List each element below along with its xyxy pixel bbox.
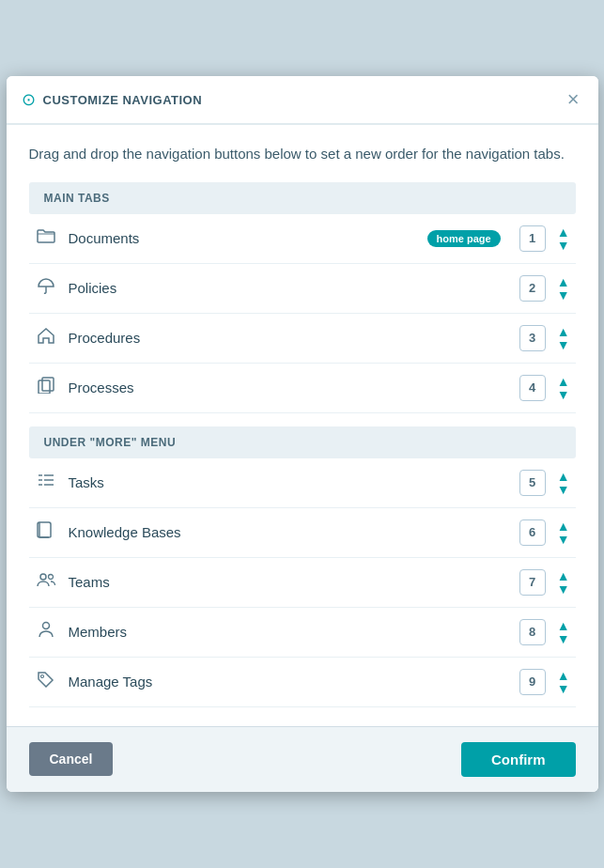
modal-header-left: ⊙ CUSTOMIZE NAVIGATION [22, 89, 203, 110]
sort-arrows[interactable]: ▲ ▼ [557, 619, 570, 645]
order-badge: 6 [519, 519, 546, 546]
more-menu-list: Tasks 5 ▲ ▼ Knowledge Bases 6 [29, 458, 576, 707]
order-badge: 5 [519, 470, 546, 496]
more-menu-section-header: UNDER "MORE" MENU [29, 426, 576, 458]
nav-item-label: Members [69, 624, 508, 640]
list-item: Documents home page 1 ▲ ▼ [29, 214, 576, 264]
home-page-badge: home page [427, 230, 501, 247]
team-icon [35, 572, 57, 592]
svg-point-13 [40, 675, 43, 678]
list-item: Tasks 5 ▲ ▼ [29, 458, 576, 508]
order-badge: 4 [519, 375, 546, 401]
nav-item-label: Teams [69, 574, 508, 590]
modal-header: ⊙ CUSTOMIZE NAVIGATION × [7, 76, 598, 125]
svg-point-12 [42, 623, 49, 629]
sort-arrows[interactable]: ▲ ▼ [557, 275, 570, 302]
confirm-button[interactable]: Confirm [461, 742, 576, 777]
sort-arrows[interactable]: ▲ ▼ [557, 325, 570, 351]
order-badge: 1 [519, 225, 546, 252]
order-badge: 9 [519, 669, 546, 695]
sort-arrows[interactable]: ▲ ▼ [557, 669, 570, 695]
member-icon [35, 621, 57, 643]
main-tabs-list: Documents home page 1 ▲ ▼ Policies [29, 214, 576, 413]
list-item: Manage Tags 9 ▲ ▼ [29, 658, 576, 707]
nav-item-label: Knowledge Bases [69, 524, 508, 540]
nav-item-label: Policies [69, 280, 508, 296]
list-item: Knowledge Bases 6 ▲ ▼ [29, 508, 576, 558]
tasks-icon [35, 472, 57, 493]
order-badge: 2 [519, 275, 546, 302]
modal-title: CUSTOMIZE NAVIGATION [43, 93, 203, 107]
svg-rect-1 [42, 378, 54, 391]
list-item: Policies 2 ▲ ▼ [29, 264, 576, 314]
nav-item-label: Tasks [69, 474, 508, 490]
book-icon [35, 521, 57, 543]
sort-arrows[interactable]: ▲ ▼ [557, 225, 570, 252]
close-button[interactable]: × [564, 85, 583, 114]
customize-navigation-modal: ⊙ CUSTOMIZE NAVIGATION × Drag and drop t… [7, 76, 598, 792]
description-text: Drag and drop the navigation buttons bel… [29, 144, 576, 165]
sort-arrows[interactable]: ▲ ▼ [557, 519, 570, 546]
customize-icon: ⊙ [22, 89, 36, 110]
folder-icon [35, 228, 57, 248]
modal-body: Drag and drop the navigation buttons bel… [7, 125, 598, 726]
list-item: Procedures 3 ▲ ▼ [29, 314, 576, 364]
sort-arrows[interactable]: ▲ ▼ [557, 569, 570, 596]
svg-point-10 [40, 574, 46, 580]
order-badge: 8 [519, 619, 546, 645]
svg-rect-2 [39, 380, 50, 394]
sort-arrows[interactable]: ▲ ▼ [557, 470, 570, 496]
modal-footer: Cancel Confirm [7, 726, 598, 792]
nav-item-label: Manage Tags [69, 674, 508, 690]
tag-icon [35, 671, 57, 692]
list-item: Processes 4 ▲ ▼ [29, 364, 576, 413]
list-item: Teams 7 ▲ ▼ [29, 558, 576, 608]
copy-icon [35, 377, 57, 398]
cancel-button[interactable]: Cancel [29, 742, 114, 776]
order-badge: 3 [519, 325, 546, 351]
nav-item-label: Processes [69, 380, 508, 395]
order-badge: 7 [519, 569, 546, 596]
nav-item-label: Documents [69, 230, 416, 246]
svg-point-11 [48, 575, 53, 580]
sort-arrows[interactable]: ▲ ▼ [557, 375, 570, 401]
home-icon [35, 327, 57, 349]
list-item: Members 8 ▲ ▼ [29, 608, 576, 658]
umbrella-icon [35, 277, 57, 299]
main-tabs-section-header: MAIN TABS [29, 182, 576, 214]
nav-item-label: Procedures [69, 330, 508, 346]
